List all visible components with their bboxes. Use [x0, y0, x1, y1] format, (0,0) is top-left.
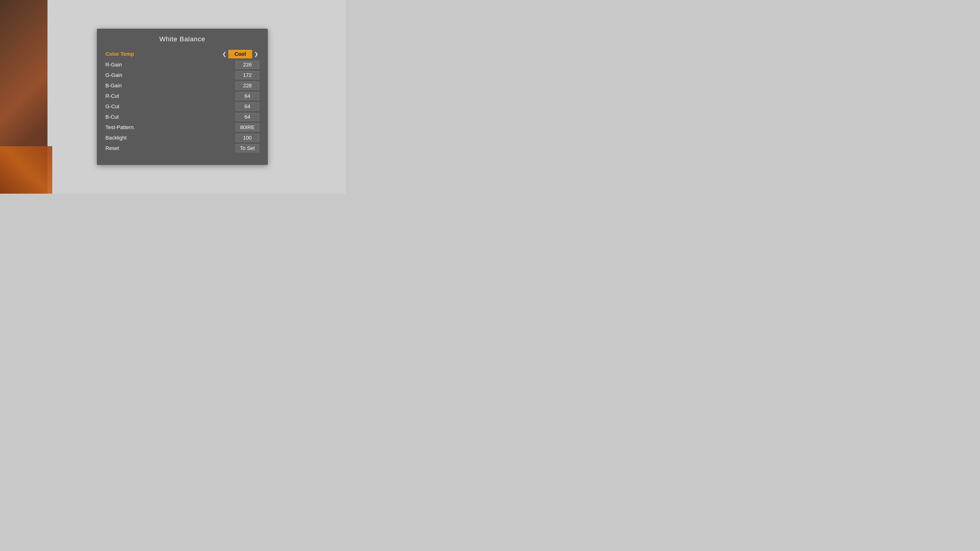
label-backlight: Backlight [105, 135, 127, 141]
menu-row-r-cut[interactable]: R-Cut 64 [105, 91, 259, 101]
value-test-pattern: 80IRE [235, 123, 259, 132]
value-row-color-temp: ❮ Cool ❯ [221, 50, 259, 59]
menu-row-test-pattern[interactable]: Test-Pattern. 80IRE [105, 122, 259, 133]
label-g-gain: G-Gain [105, 72, 122, 78]
value-r-gain: 226 [235, 61, 259, 69]
value-r-cut: 64 [235, 92, 259, 100]
menu-row-r-gain[interactable]: R-Gain 226 [105, 60, 259, 70]
label-r-cut: R-Cut [105, 93, 119, 99]
label-r-gain: R-Gain [105, 62, 122, 68]
white-balance-menu: White Balance Color Temp ❮ Cool ❯ R-Gain… [97, 29, 268, 165]
wood-panel-bottom-left [0, 146, 52, 194]
value-b-cut: 64 [235, 113, 259, 121]
menu-row-g-cut[interactable]: G-Cut 64 [105, 101, 259, 112]
value-g-gain: 172 [235, 71, 259, 79]
value-backlight: 100 [235, 134, 259, 142]
menu-row-b-gain[interactable]: B-Gain 228 [105, 81, 259, 91]
label-g-cut: G-Cut [105, 103, 119, 110]
value-b-gain: 228 [235, 82, 259, 90]
label-reset: Reset [105, 145, 119, 151]
label-color-temp: Color Temp [105, 51, 134, 57]
arrow-right-color-temp[interactable]: ❯ [253, 51, 259, 57]
arrow-left-color-temp[interactable]: ❮ [221, 51, 228, 57]
value-g-cut: 64 [235, 103, 259, 111]
label-test-pattern: Test-Pattern. [105, 124, 135, 130]
menu-row-color-temp[interactable]: Color Temp ❮ Cool ❯ [105, 49, 259, 60]
label-b-cut: B-Cut [105, 114, 119, 120]
menu-row-reset[interactable]: Reset To Set [105, 143, 259, 154]
label-b-gain: B-Gain [105, 83, 122, 89]
menu-row-b-cut[interactable]: B-Cut 64 [105, 112, 259, 122]
value-reset: To Set [235, 144, 259, 152]
menu-rows: Color Temp ❮ Cool ❯ R-Gain 226 G-Gain 17… [105, 49, 259, 154]
value-color-temp: Cool [228, 50, 252, 59]
menu-row-g-gain[interactable]: G-Gain 172 [105, 70, 259, 81]
menu-title: White Balance [105, 35, 259, 43]
menu-row-backlight[interactable]: Backlight 100 [105, 133, 259, 143]
